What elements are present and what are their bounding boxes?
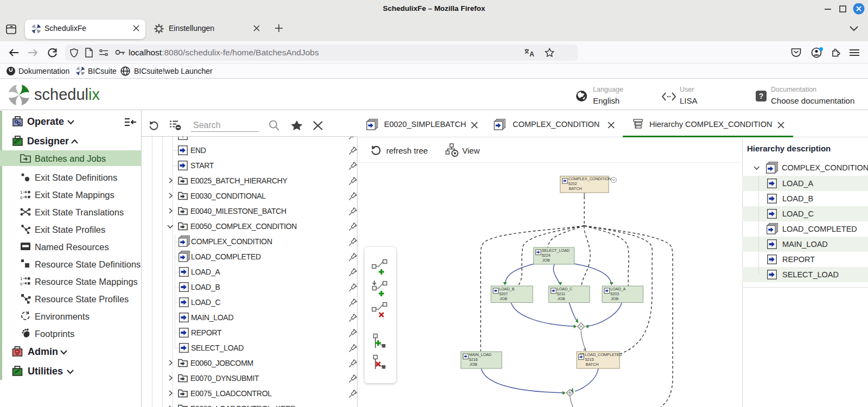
svg-text:JOB: JOB	[611, 296, 618, 301]
svg-text:5202: 5202	[569, 181, 577, 186]
svg-text:5216: 5216	[469, 357, 478, 362]
svg-text:0: 0	[20, 195, 23, 200]
svg-text:JOB: JOB	[500, 296, 507, 301]
svg-text:5203: 5203	[610, 291, 619, 296]
svg-text:0: 0	[20, 282, 23, 286]
svg-text:1: 1	[20, 190, 23, 195]
svg-text:5215: 5215	[585, 357, 594, 362]
svg-text:COMPLEX_CONDITION: COMPLEX_CONDITION	[569, 176, 611, 181]
svg-text:5224: 5224	[542, 253, 551, 258]
svg-text:BATCH: BATCH	[569, 186, 582, 191]
svg-text:BATCH: BATCH	[586, 362, 599, 367]
svg-text:JOB: JOB	[558, 296, 565, 301]
svg-text:5211: 5211	[557, 291, 565, 296]
svg-text:JOB: JOB	[470, 362, 477, 367]
svg-text:A: A	[529, 50, 534, 58]
svg-text:JOB: JOB	[542, 258, 550, 263]
svg-text:5207: 5207	[499, 291, 508, 296]
svg-text:1: 1	[20, 276, 23, 281]
